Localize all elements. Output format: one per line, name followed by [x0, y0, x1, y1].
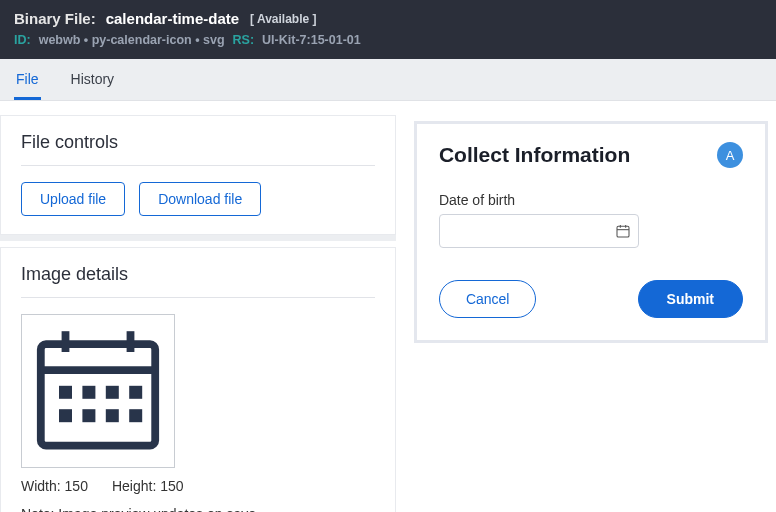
collect-info-panel: Collect Information A Date of birth Canc… — [414, 121, 768, 343]
cancel-button[interactable]: Cancel — [439, 280, 537, 318]
file-controls-title: File controls — [21, 132, 375, 153]
svg-rect-4 — [59, 386, 72, 399]
avatar[interactable]: A — [717, 142, 743, 168]
svg-rect-9 — [82, 409, 95, 422]
header-prefix: Binary File: — [14, 10, 96, 27]
calendar-picker-icon[interactable] — [614, 222, 632, 240]
svg-rect-6 — [106, 386, 119, 399]
status-badge: [ Available ] — [249, 11, 317, 27]
upload-file-button[interactable]: Upload file — [21, 182, 125, 216]
svg-rect-7 — [129, 386, 142, 399]
panel-gap — [0, 235, 396, 241]
svg-rect-3 — [127, 331, 135, 352]
tab-file[interactable]: File — [14, 59, 41, 100]
height-value: 150 — [160, 478, 183, 494]
left-column: File controls Upload file Download file … — [0, 109, 396, 512]
header-bar: Binary File: calendar-time-date [ Availa… — [0, 0, 776, 59]
header-name: calendar-time-date — [106, 10, 239, 27]
image-height: Height: 150 — [112, 478, 184, 494]
svg-rect-11 — [129, 409, 142, 422]
dob-input[interactable] — [439, 214, 639, 248]
id-value: webwb • py-calendar-icon • svg — [39, 33, 225, 47]
svg-rect-8 — [59, 409, 72, 422]
image-width: Width: 150 — [21, 478, 88, 494]
width-value: 150 — [65, 478, 88, 494]
submit-button[interactable]: Submit — [638, 280, 743, 318]
download-file-button[interactable]: Download file — [139, 182, 261, 216]
tab-history[interactable]: History — [69, 59, 117, 100]
rs-value: UI-Kit-7:15-01-01 — [262, 33, 361, 47]
tab-strip: File History — [0, 59, 776, 101]
svg-rect-10 — [106, 409, 119, 422]
rs-label: RS: — [233, 33, 255, 47]
file-controls-panel: File controls Upload file Download file — [0, 115, 396, 235]
dob-label: Date of birth — [439, 192, 743, 208]
svg-rect-2 — [62, 331, 70, 352]
divider — [21, 165, 375, 166]
image-details-title: Image details — [21, 264, 375, 285]
svg-rect-5 — [82, 386, 95, 399]
divider — [21, 297, 375, 298]
image-note: Note: Image preview updates on save — [21, 506, 375, 512]
right-column: Collect Information A Date of birth Canc… — [414, 121, 768, 343]
height-label: Height: — [112, 478, 156, 494]
image-details-panel: Image details — [0, 247, 396, 512]
collect-info-title: Collect Information — [439, 143, 630, 167]
id-label: ID: — [14, 33, 31, 47]
image-preview-frame — [21, 314, 175, 468]
svg-rect-12 — [617, 226, 629, 237]
calendar-icon — [28, 321, 168, 461]
width-label: Width: — [21, 478, 61, 494]
